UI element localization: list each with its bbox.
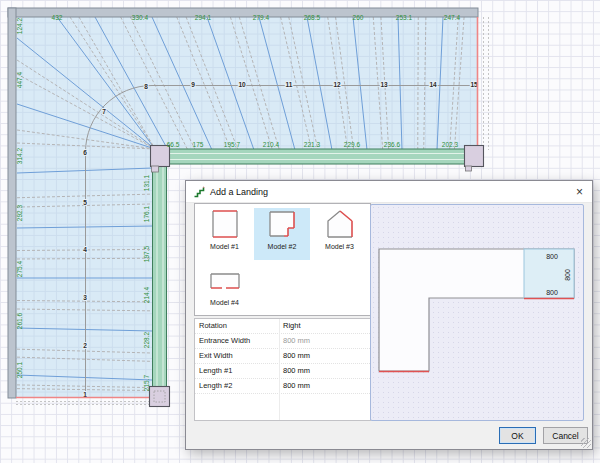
svg-text:314.2: 314.2 bbox=[16, 147, 23, 164]
svg-text:229.6: 229.6 bbox=[344, 141, 361, 148]
svg-text:221.3: 221.3 bbox=[304, 141, 321, 148]
handrail-top[interactable] bbox=[167, 149, 465, 164]
left-wall bbox=[8, 8, 16, 398]
svg-text:261.6: 261.6 bbox=[16, 312, 23, 329]
property-label: Length #2 bbox=[195, 379, 279, 393]
right-post[interactable] bbox=[465, 146, 484, 167]
dialog-titlebar[interactable]: Add a Landing × bbox=[186, 181, 592, 203]
ok-button[interactable]: OK bbox=[499, 427, 536, 444]
svg-text:800: 800 bbox=[546, 253, 558, 260]
properties-table: RotationRightEntrance Width800 mmExit Wi… bbox=[194, 318, 371, 421]
property-row: Length #1800 mm bbox=[195, 364, 370, 379]
svg-text:124.2: 124.2 bbox=[16, 17, 23, 34]
landing-preview-drawing: 800800800 bbox=[371, 205, 583, 420]
svg-text:6: 6 bbox=[83, 149, 87, 156]
model-option-label: Model #3 bbox=[325, 243, 354, 250]
property-label: Exit Width bbox=[195, 349, 279, 363]
model-3-shape-icon bbox=[318, 208, 362, 242]
property-label: Length #1 bbox=[195, 364, 279, 378]
svg-text:294.1: 294.1 bbox=[195, 14, 212, 21]
model-option-3[interactable]: Model #3 bbox=[312, 208, 368, 260]
svg-text:202.3: 202.3 bbox=[442, 141, 459, 148]
svg-text:275.4: 275.4 bbox=[16, 260, 23, 277]
svg-text:131.1: 131.1 bbox=[143, 174, 150, 191]
svg-text:215.7: 215.7 bbox=[143, 374, 150, 391]
svg-text:195.7: 195.7 bbox=[224, 141, 241, 148]
svg-text:292.3: 292.3 bbox=[16, 204, 23, 221]
right-post-bracket bbox=[466, 166, 472, 171]
svg-text:14: 14 bbox=[429, 81, 437, 88]
svg-text:10: 10 bbox=[238, 81, 246, 88]
svg-text:13: 13 bbox=[380, 81, 388, 88]
app-workspace: 123456789101112131415432330.4294.1279.42… bbox=[0, 0, 600, 463]
property-label: Entrance Width bbox=[195, 334, 279, 348]
property-label: Rotation bbox=[195, 319, 279, 333]
model-option-label: Model #1 bbox=[210, 243, 239, 250]
property-value[interactable]: 800 mm bbox=[279, 364, 370, 378]
property-row: Entrance Width800 mm bbox=[195, 334, 370, 349]
svg-text:210.4: 210.4 bbox=[263, 141, 280, 148]
property-row: RotationRight bbox=[195, 319, 370, 334]
landing-preview-pane: 800800800 bbox=[370, 204, 584, 421]
property-value[interactable]: 800 mm bbox=[279, 349, 370, 363]
corner-post-bracket bbox=[152, 166, 159, 172]
landing-icon bbox=[193, 186, 205, 198]
property-row: Length #2800 mm bbox=[195, 379, 370, 394]
svg-text:247.4: 247.4 bbox=[444, 14, 461, 21]
svg-text:12: 12 bbox=[333, 81, 341, 88]
model-option-4[interactable]: Model #4 bbox=[197, 264, 253, 316]
property-value[interactable]: Right bbox=[279, 319, 370, 333]
svg-text:176.1: 176.1 bbox=[143, 205, 150, 222]
svg-text:228.2: 228.2 bbox=[143, 331, 150, 348]
model-option-label: Model #2 bbox=[268, 243, 297, 250]
svg-text:268.5: 268.5 bbox=[304, 14, 321, 21]
handrail-left[interactable] bbox=[153, 165, 167, 387]
svg-text:2: 2 bbox=[83, 342, 87, 349]
svg-text:800: 800 bbox=[564, 269, 571, 281]
model-list: Model #1Model #2Model #3Model #4 bbox=[194, 203, 371, 316]
close-icon[interactable]: × bbox=[574, 186, 585, 198]
svg-text:11: 11 bbox=[286, 81, 293, 88]
svg-text:197.5: 197.5 bbox=[143, 245, 150, 262]
bottom-post[interactable] bbox=[150, 387, 170, 407]
svg-text:4: 4 bbox=[83, 246, 87, 253]
model-option-2[interactable]: Model #2 bbox=[254, 208, 310, 260]
svg-text:279.4: 279.4 bbox=[253, 14, 270, 21]
svg-text:8: 8 bbox=[144, 83, 148, 90]
svg-text:447.4: 447.4 bbox=[16, 71, 23, 88]
model-option-label: Model #4 bbox=[210, 299, 239, 306]
svg-text:7: 7 bbox=[102, 108, 106, 115]
model-4-shape-icon bbox=[203, 264, 247, 298]
corner-post[interactable] bbox=[151, 146, 170, 167]
svg-text:9: 9 bbox=[191, 81, 195, 88]
model-2-shape-icon bbox=[260, 208, 304, 242]
table-column-divider bbox=[279, 319, 280, 420]
svg-text:260: 260 bbox=[353, 14, 364, 21]
property-row: Exit Width800 mm bbox=[195, 349, 370, 364]
resize-grip[interactable] bbox=[581, 438, 591, 448]
svg-text:236.6: 236.6 bbox=[384, 141, 401, 148]
svg-text:330.4: 330.4 bbox=[132, 14, 149, 21]
add-landing-dialog: Add a Landing × Model #1Model #2Model #3… bbox=[185, 180, 593, 450]
property-value[interactable]: 800 mm bbox=[279, 379, 370, 393]
svg-text:5: 5 bbox=[83, 199, 87, 206]
svg-text:3: 3 bbox=[83, 294, 87, 301]
svg-text:250.1: 250.1 bbox=[16, 361, 23, 378]
model-1-shape-icon bbox=[203, 208, 247, 242]
property-value[interactable]: 800 mm bbox=[279, 334, 370, 348]
dialog-title: Add a Landing bbox=[210, 187, 268, 197]
svg-text:253.1: 253.1 bbox=[396, 14, 413, 21]
svg-text:214.4: 214.4 bbox=[143, 286, 150, 303]
svg-text:175: 175 bbox=[193, 141, 204, 148]
svg-text:432: 432 bbox=[52, 14, 63, 21]
svg-text:800: 800 bbox=[546, 289, 558, 296]
svg-text:66.5: 66.5 bbox=[167, 141, 180, 148]
model-option-1[interactable]: Model #1 bbox=[197, 208, 253, 260]
